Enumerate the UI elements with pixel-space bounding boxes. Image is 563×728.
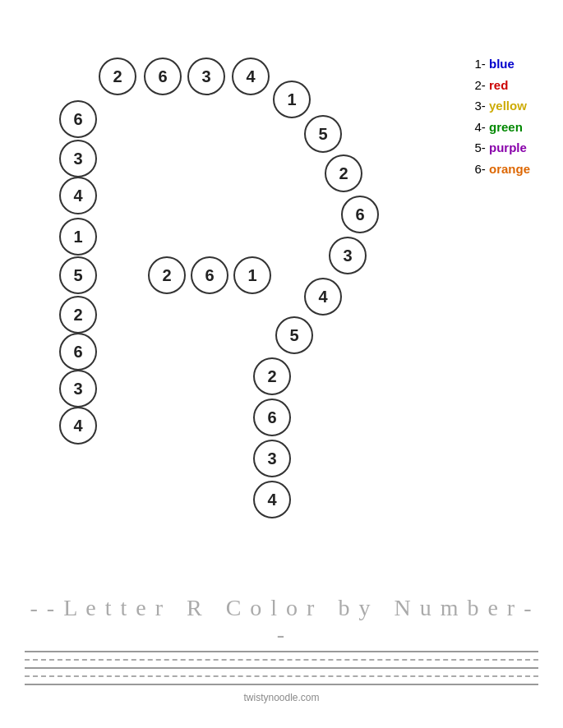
legend: 1- blue 2- red 3- yellow 4- green 5- pur… (474, 53, 530, 179)
legend-label-2: red (489, 78, 508, 92)
circle-7: 2 (325, 154, 362, 192)
dashed-line-2 (25, 675, 538, 677)
circle-18: 5 (275, 316, 313, 354)
circle-5: 5 (304, 115, 342, 153)
circle-4: 1 (273, 81, 311, 118)
legend-label-6: orange (489, 162, 530, 176)
circle-13: 4 (304, 278, 342, 316)
circle-0: 2 (99, 58, 136, 95)
circle-23: 3 (59, 370, 97, 408)
legend-item-2: 2- red (474, 75, 530, 96)
legend-item-1: 1- blue (474, 53, 530, 75)
legend-label-4: green (489, 120, 523, 134)
legend-item-4: 4- green (474, 117, 530, 138)
circle-17: 1 (233, 256, 271, 294)
circle-14: 5 (59, 256, 97, 294)
solid-line-1 (25, 667, 538, 669)
dashed-line-1 (25, 659, 538, 661)
page: 1- blue 2- red 3- yellow 4- green 5- pur… (0, 0, 563, 728)
circle-1: 6 (144, 58, 182, 95)
writing-area: - - L e t t e r R C o l o r b y N u m b … (25, 595, 538, 703)
circle-12: 1 (59, 218, 97, 256)
circle-16: 6 (191, 256, 228, 294)
circle-15: 2 (148, 256, 186, 294)
legend-label-3: yellow (489, 99, 527, 113)
circle-11: 3 (329, 237, 367, 274)
circle-21: 6 (59, 333, 97, 371)
legend-item-3: 3- yellow (474, 95, 530, 117)
circle-19: 2 (59, 296, 97, 334)
circle-6: 6 (59, 100, 97, 138)
legend-label-1: blue (489, 57, 515, 71)
circle-22: 6 (253, 399, 291, 436)
circle-10: 4 (59, 177, 97, 214)
legend-label-5: purple (489, 141, 527, 154)
circle-2: 3 (187, 58, 225, 95)
footer: twistynoodle.com (25, 692, 538, 703)
circle-20: 2 (253, 357, 291, 395)
circle-8: 3 (59, 140, 97, 177)
circle-9: 6 (341, 196, 379, 233)
legend-item-5: 5- purple (474, 137, 530, 159)
legend-item-6: 6- orange (474, 159, 530, 180)
solid-line-2 (25, 684, 538, 685)
circle-3: 4 (232, 58, 270, 95)
worksheet-title: - - L e t t e r R C o l o r b y N u m b … (25, 595, 538, 652)
circle-24: 3 (253, 440, 291, 477)
circle-25: 4 (59, 407, 97, 445)
circle-26: 4 (253, 481, 291, 518)
